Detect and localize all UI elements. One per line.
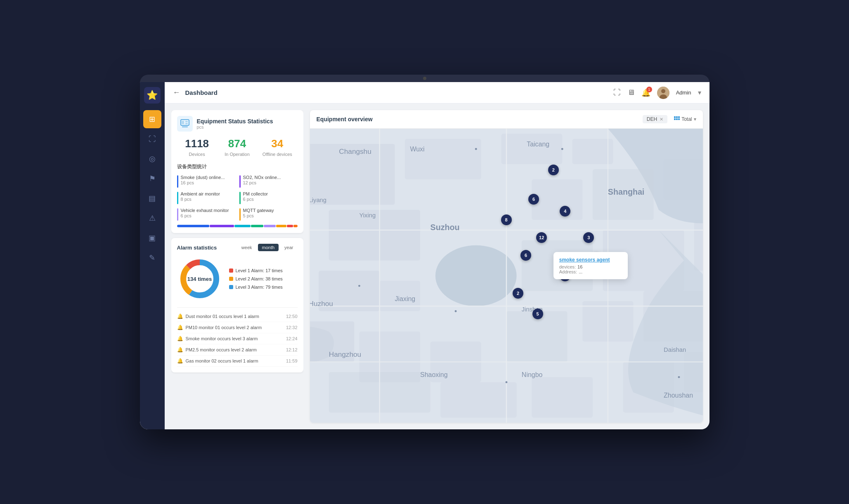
filter-tag-close[interactable]: ✕ (660, 117, 663, 122)
device-type-name: Smoke (dust) online... (181, 174, 225, 180)
alarm-bell-icon: 🔔 (177, 336, 183, 341)
sidebar-logo[interactable]: ⭐ (144, 87, 161, 104)
device-type-dot (239, 192, 241, 204)
alarm-list: 🔔 Dust monitor 01 occurs level 1 alarm 1… (177, 307, 298, 367)
device-type-dot (177, 208, 178, 221)
alarm-time: 12:50 (286, 314, 298, 319)
page-title: Dashboard (185, 89, 608, 96)
map-panel: Equipment overview DEH ✕ (310, 110, 703, 423)
avatar[interactable] (657, 87, 669, 99)
map-marker[interactable]: 6 (528, 194, 539, 205)
monitor-button[interactable]: 🖥 (627, 88, 635, 97)
map-total-selector[interactable]: Total ▾ (674, 116, 696, 122)
map-marker[interactable]: 3 (583, 232, 594, 243)
total-dropdown-icon[interactable]: ▾ (694, 116, 696, 122)
alarm-text: Smoke monitor occurs level 3 alarm (186, 336, 258, 341)
alarm-bell-icon: 🔔 (177, 358, 183, 364)
stat-value-offline: 34 (257, 137, 297, 150)
alert-icon: ⚑ (149, 174, 156, 183)
sidebar-item-monitor[interactable]: ▣ (143, 229, 161, 247)
sidebar-item-alert[interactable]: ⚑ (143, 170, 161, 188)
device-type-count: 12 pcs (243, 180, 281, 185)
back-button[interactable]: ← (173, 88, 180, 97)
alarm-chart-row: 134 times Level 1 Alarm: 17 times Level … (177, 256, 298, 301)
dashboard-icon: ⊞ (149, 115, 155, 124)
alarm-time: 12:12 (286, 347, 298, 352)
time-tabs: week month year (237, 244, 298, 251)
alarm-bell-icon: 🔔 (177, 325, 183, 330)
top-navbar: ← Dashboard ⛶ 🖥 🔔 1 (165, 82, 709, 104)
total-label: Total (681, 116, 692, 122)
alarm-bell-icon: 🔔 (177, 313, 183, 319)
map-marker[interactable]: 2 (548, 165, 559, 175)
map-body[interactable]: Changshu Wuxi Taicang Liyang Yixing Suzh… (310, 129, 703, 423)
device-type-item: PM collector 6 pcs (239, 191, 298, 204)
device-type-item: SO2, NOx online... 12 pcs (239, 174, 298, 188)
logo-star-icon: ⭐ (147, 90, 158, 101)
filter-tag-label: DEH (647, 116, 657, 122)
map-marker[interactable]: 6 (520, 250, 531, 261)
svg-rect-7 (185, 123, 188, 124)
sidebar-item-hierarchy[interactable]: ⛶ (143, 130, 161, 148)
sidebar: ⭐ ⊞ ⛶ ◎ ⚑ ▤ ⚠ ▣ ✎ (140, 82, 165, 429)
tooltip-address-value: ... (579, 269, 582, 274)
stat-value-total: 1118 (177, 137, 217, 150)
device-type-dot (177, 192, 178, 204)
tooltip-devices-value: 16 (577, 264, 582, 269)
color-bar-segment (264, 225, 276, 227)
alarm-time: 12:32 (286, 325, 298, 330)
stat-label-offline: Offline devices (263, 152, 292, 157)
legend-dot (229, 277, 233, 281)
tab-week[interactable]: week (237, 244, 256, 251)
color-bar-segment (210, 225, 234, 227)
notification-button[interactable]: 🔔 1 (641, 88, 650, 97)
legend-item: Level 3 Alarm: 79 times (229, 285, 283, 290)
sidebar-item-dashboard[interactable]: ⊞ (143, 110, 161, 128)
sidebar-item-warning[interactable]: ⚠ (143, 209, 161, 227)
alarm-time: 12:24 (286, 336, 298, 341)
legend-label: Level 3 Alarm: 79 times (236, 285, 283, 290)
fullscreen-button[interactable]: ⛶ (613, 88, 621, 97)
svg-rect-14 (674, 118, 676, 120)
alarm-statistics-card: Alarm statistics week month year (171, 238, 303, 372)
legend-item: Level 2 Alarm: 38 times (229, 276, 283, 281)
alarm-list-item: 🔔 PM2.5 monitor occurs level 2 alarm 12:… (177, 344, 298, 356)
color-bar-segment (251, 225, 263, 227)
tab-year[interactable]: year (280, 244, 297, 251)
device-type-count: 8 pcs (181, 197, 220, 202)
alarm-text: Dust monitor 01 occurs level 1 alarm (186, 314, 260, 319)
map-marker[interactable]: 12 (536, 232, 547, 243)
stat-label-total: Devices (189, 152, 205, 157)
legend-dot (229, 285, 233, 289)
svg-rect-4 (182, 126, 188, 127)
tab-month[interactable]: month (258, 244, 279, 251)
map-marker[interactable]: 5 (532, 309, 543, 319)
filter-tag-deh[interactable]: DEH ✕ (643, 115, 667, 123)
legend-dot (229, 268, 233, 273)
legend-label: Level 2 Alarm: 38 times (236, 276, 283, 281)
device-type-count: 5 pcs (243, 213, 274, 218)
edit-icon: ✎ (149, 253, 155, 262)
tooltip-title[interactable]: smoke sensors agent (559, 257, 622, 263)
map-markers-container: 2684123616625 (310, 129, 703, 423)
equipment-subtitle: pcs (197, 125, 273, 130)
stats-row: 1118 Devices 874 In Operation 34 Offline… (177, 137, 298, 158)
map-marker[interactable]: 4 (560, 206, 570, 217)
device-type-item: Ambient air monitor 8 pcs (177, 191, 235, 204)
sidebar-item-report[interactable]: ▤ (143, 189, 161, 207)
device-type-count: 16 pcs (181, 180, 225, 185)
sidebar-item-edit[interactable]: ✎ (143, 249, 161, 267)
map-marker[interactable]: 2 (513, 288, 523, 299)
color-bar-segment (293, 225, 298, 227)
alarm-list-item: 🔔 Dust monitor 01 occurs level 1 alarm 1… (177, 311, 298, 322)
alarm-list-item: 🔔 Smoke monitor occurs level 3 alarm 12:… (177, 333, 298, 344)
user-dropdown-icon[interactable]: ▾ (698, 89, 701, 97)
map-marker[interactable]: 8 (501, 214, 512, 225)
stat-value-operation: 874 (217, 137, 257, 150)
color-bar-segment (177, 225, 210, 227)
donut-chart: 134 times (177, 256, 222, 301)
device-type-count: 6 pcs (181, 213, 229, 218)
svg-rect-5 (182, 121, 184, 124)
alarm-bell-icon: 🔔 (177, 347, 183, 353)
sidebar-item-location[interactable]: ◎ (143, 150, 161, 168)
